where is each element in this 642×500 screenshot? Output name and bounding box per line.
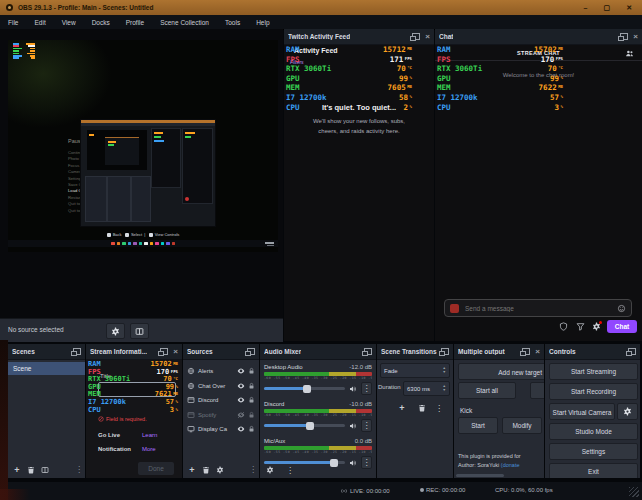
popout-icon[interactable] (628, 348, 636, 355)
chat-dock-header[interactable]: Chat × (435, 29, 642, 45)
minimize-button[interactable]: – (584, 4, 588, 12)
chat-send-button[interactable]: Chat (607, 320, 637, 333)
menu-file[interactable]: File (0, 19, 26, 26)
sources-dock-header[interactable]: Sources (183, 344, 259, 360)
source-row-discord[interactable]: Discord (187, 394, 255, 406)
menu-docks[interactable]: Docks (84, 19, 118, 26)
stream-info-dock-header[interactable]: Stream Informati... × (86, 344, 182, 360)
duration-spinbox[interactable]: 6300 ms ▲▼ (403, 381, 450, 396)
channel-menu-button[interactable]: ⋮ (361, 382, 372, 395)
remove-scene-button[interactable] (24, 464, 38, 476)
popout-icon[interactable] (364, 348, 372, 355)
start-virtual-camera-button[interactable]: Start Virtual Camera (549, 403, 615, 420)
popout-icon[interactable] (247, 348, 255, 355)
mixer-menu-icon[interactable]: ⋮ (286, 466, 294, 475)
source-properties-button[interactable] (213, 464, 227, 476)
remove-transition-button[interactable] (415, 402, 429, 414)
lock-icon[interactable] (248, 396, 255, 404)
horizontal-scrollbar[interactable] (456, 474, 504, 477)
scenes-dock-header[interactable]: Scenes (8, 344, 85, 360)
eye-icon[interactable] (237, 396, 245, 404)
volume-slider[interactable] (264, 424, 345, 427)
eye-off-icon[interactable] (237, 411, 245, 419)
volume-slider[interactable] (264, 387, 345, 390)
multi-output-dock-header[interactable]: Multiple output × (454, 344, 544, 360)
transition-select[interactable]: Fade ▲▼ (380, 363, 450, 378)
audio-mixer-dock-header[interactable]: Audio Mixer (260, 344, 376, 360)
filters-link[interactable]: Filters (290, 59, 304, 65)
stream-title-input[interactable] (98, 382, 176, 397)
eye-icon[interactable] (237, 382, 245, 390)
channel-menu-button[interactable]: ⋮ (361, 419, 372, 432)
chat-message-input[interactable] (463, 304, 617, 313)
learn-link[interactable]: Learn (142, 432, 157, 438)
activity-feed-dock-header[interactable]: Twitch Activity Feed × (284, 29, 434, 45)
done-button[interactable]: Done (138, 462, 174, 475)
add-source-button[interactable]: + (185, 464, 199, 476)
spinner-arrows-icon[interactable]: ▲▼ (443, 385, 446, 392)
spinner-arrows-icon[interactable]: ▲▼ (443, 367, 446, 374)
maximize-button[interactable]: ▢ (604, 4, 611, 12)
close-icon[interactable]: × (535, 349, 540, 354)
controls-dock-header[interactable]: Controls (545, 344, 640, 360)
transitions-dock-header[interactable]: Scene Transitions (377, 344, 453, 360)
mod-tools-icon[interactable] (559, 322, 568, 331)
studio-mode-button[interactable]: Studio Mode (549, 423, 638, 440)
source-properties-button[interactable] (106, 323, 125, 339)
source-row-alerts[interactable]: Alerts (187, 365, 255, 377)
start-all-button[interactable]: Start all (458, 382, 516, 399)
start-recording-button[interactable]: Start Recording (549, 383, 638, 400)
source-row-spotify[interactable]: Spotify (187, 409, 255, 421)
menu-scene-collection[interactable]: Scene Collection (152, 19, 217, 26)
transition-properties-icon[interactable]: ⋮ (435, 404, 443, 413)
remove-source-button[interactable] (199, 464, 213, 476)
add-scene-button[interactable]: + (10, 464, 24, 476)
scenes-menu-icon[interactable]: ⋮ (75, 465, 83, 474)
close-button[interactable]: ✕ (626, 4, 632, 12)
popout-icon[interactable] (620, 33, 628, 40)
source-row-chat-overlay[interactable]: Chat Over (187, 380, 255, 392)
menu-help[interactable]: Help (248, 19, 277, 26)
start-streaming-button[interactable]: Start Streaming (549, 363, 638, 380)
advanced-audio-icon[interactable] (266, 466, 274, 474)
stop-all-button[interactable] (530, 382, 544, 399)
eye-icon[interactable] (237, 367, 245, 375)
chat-settings-icon[interactable] (592, 322, 601, 331)
settings-button[interactable]: Settings (549, 443, 638, 460)
sources-menu-icon[interactable]: ⋮ (249, 465, 257, 474)
lock-icon[interactable] (248, 425, 255, 433)
scene-list-item[interactable]: Scene (8, 362, 85, 375)
target-start-button[interactable]: Start (458, 417, 498, 434)
lock-icon[interactable] (248, 411, 255, 419)
scene-preview[interactable]: Paused Continue Photo Mode Focus Camera … (8, 40, 278, 252)
resize-grip[interactable] (629, 487, 639, 497)
more-link[interactable]: More (142, 446, 156, 452)
source-row-display-capture[interactable]: Display Ca (187, 423, 255, 435)
popout-icon[interactable] (73, 348, 81, 355)
chat-filter-icon[interactable] (576, 322, 585, 331)
menu-profile[interactable]: Profile (118, 19, 152, 26)
eye-icon[interactable] (237, 425, 245, 433)
add-new-target-button[interactable]: Add new target (458, 363, 544, 380)
close-icon[interactable]: × (425, 34, 430, 39)
scene-filters-button[interactable] (38, 464, 52, 476)
target-modify-button[interactable]: Modify (502, 417, 542, 434)
popout-icon[interactable] (441, 348, 449, 355)
speaker-icon[interactable] (349, 422, 357, 430)
emote-picker-icon[interactable] (617, 304, 626, 313)
menu-view[interactable]: View (54, 19, 84, 26)
menu-edit[interactable]: Edit (26, 19, 53, 26)
chat-input-box[interactable] (444, 299, 632, 317)
add-transition-button[interactable]: + (395, 402, 409, 414)
popout-icon[interactable] (522, 348, 530, 355)
lock-icon[interactable] (248, 367, 255, 375)
viewer-list-icon[interactable] (625, 49, 634, 58)
source-filters-button[interactable] (130, 323, 149, 339)
lock-icon[interactable] (248, 382, 255, 390)
popout-icon[interactable] (160, 348, 168, 355)
close-icon[interactable]: × (173, 349, 178, 354)
exit-button[interactable]: Exit (549, 463, 638, 478)
virtual-camera-config-button[interactable] (617, 403, 638, 420)
popout-icon[interactable] (412, 33, 420, 40)
close-icon[interactable]: × (633, 34, 638, 39)
